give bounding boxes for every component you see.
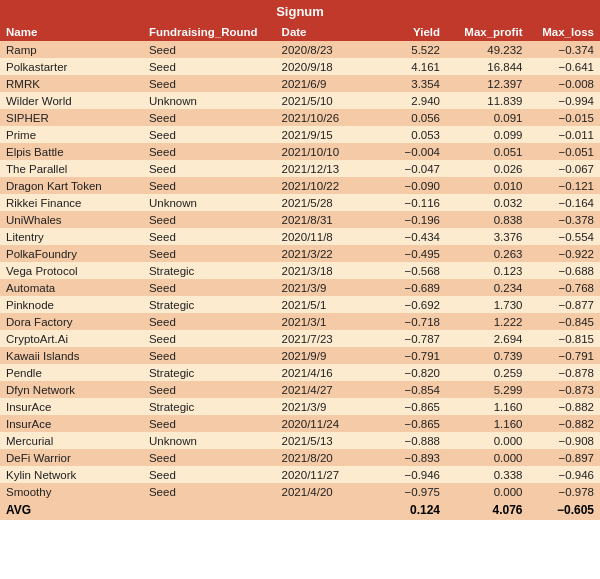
cell-max-profit: 0.263: [446, 245, 528, 262]
cell-round: Seed: [143, 245, 276, 262]
cell-date: 2021/5/10: [276, 92, 375, 109]
cell-round: Seed: [143, 466, 276, 483]
cell-max-profit: 0.000: [446, 432, 528, 449]
cell-date: 2021/10/10: [276, 143, 375, 160]
cell-date: 2021/10/26: [276, 109, 375, 126]
cell-max-loss: −0.015: [528, 109, 600, 126]
cell-round: Seed: [143, 160, 276, 177]
cell-date: 2021/9/15: [276, 126, 375, 143]
cell-name: The Parallel: [0, 160, 143, 177]
cell-date: 2021/6/9: [276, 75, 375, 92]
cell-yield: −0.689: [375, 279, 446, 296]
header-round: Fundraising_Round: [143, 23, 276, 41]
cell-max-loss: −0.121: [528, 177, 600, 194]
cell-yield: 3.354: [375, 75, 446, 92]
cell-name: DeFi Warrior: [0, 449, 143, 466]
cell-date: 2021/8/31: [276, 211, 375, 228]
cell-round: Seed: [143, 75, 276, 92]
cell-name: Elpis Battle: [0, 143, 143, 160]
cell-round: Strategic: [143, 398, 276, 415]
table-row: Wilder World Unknown 2021/5/10 2.940 11.…: [0, 92, 600, 109]
cell-max-profit: 16.844: [446, 58, 528, 75]
cell-max-loss: −0.378: [528, 211, 600, 228]
cell-date: 2021/3/9: [276, 279, 375, 296]
table-row: CryptoArt.Ai Seed 2021/7/23 −0.787 2.694…: [0, 330, 600, 347]
table-row: Pendle Strategic 2021/4/16 −0.820 0.259 …: [0, 364, 600, 381]
page-title: Signum: [276, 4, 324, 19]
table-row: Elpis Battle Seed 2021/10/10 −0.004 0.05…: [0, 143, 600, 160]
cell-name: Wilder World: [0, 92, 143, 109]
cell-yield: 2.940: [375, 92, 446, 109]
cell-yield: −0.791: [375, 347, 446, 364]
table-row: Rikkei Finance Unknown 2021/5/28 −0.116 …: [0, 194, 600, 211]
cell-date: 2021/12/13: [276, 160, 375, 177]
cell-max-loss: −0.878: [528, 364, 600, 381]
cell-name: RMRK: [0, 75, 143, 92]
table-row: Smoothy Seed 2021/4/20 −0.975 0.000 −0.9…: [0, 483, 600, 500]
cell-max-profit: 0.000: [446, 449, 528, 466]
cell-yield: 5.522: [375, 41, 446, 58]
cell-name: Dfyn Network: [0, 381, 143, 398]
cell-max-loss: −0.908: [528, 432, 600, 449]
footer-max-loss: −0.605: [528, 500, 600, 520]
cell-name: Dora Factory: [0, 313, 143, 330]
footer-round-empty: [143, 500, 276, 520]
cell-max-loss: −0.641: [528, 58, 600, 75]
cell-yield: −0.116: [375, 194, 446, 211]
cell-name: SIPHER: [0, 109, 143, 126]
table-row: Ramp Seed 2020/8/23 5.522 49.232 −0.374: [0, 41, 600, 58]
table-row: RMRK Seed 2021/6/9 3.354 12.397 −0.008: [0, 75, 600, 92]
cell-date: 2021/3/18: [276, 262, 375, 279]
cell-max-profit: 0.259: [446, 364, 528, 381]
cell-date: 2021/8/20: [276, 449, 375, 466]
cell-max-profit: 0.234: [446, 279, 528, 296]
cell-round: Seed: [143, 449, 276, 466]
cell-max-loss: −0.897: [528, 449, 600, 466]
cell-date: 2020/9/18: [276, 58, 375, 75]
cell-max-loss: −0.873: [528, 381, 600, 398]
cell-round: Seed: [143, 58, 276, 75]
cell-name: Dragon Kart Token: [0, 177, 143, 194]
cell-max-profit: 0.739: [446, 347, 528, 364]
cell-round: Seed: [143, 483, 276, 500]
cell-max-profit: 0.338: [446, 466, 528, 483]
cell-round: Strategic: [143, 364, 276, 381]
cell-date: 2021/10/22: [276, 177, 375, 194]
cell-max-loss: −0.554: [528, 228, 600, 245]
cell-max-profit: 0.099: [446, 126, 528, 143]
cell-max-loss: −0.164: [528, 194, 600, 211]
cell-yield: −0.718: [375, 313, 446, 330]
cell-max-loss: −0.791: [528, 347, 600, 364]
cell-name: CryptoArt.Ai: [0, 330, 143, 347]
table-row: Dragon Kart Token Seed 2021/10/22 −0.090…: [0, 177, 600, 194]
cell-max-loss: −0.922: [528, 245, 600, 262]
cell-max-profit: 1.160: [446, 415, 528, 432]
cell-round: Seed: [143, 415, 276, 432]
cell-date: 2021/5/28: [276, 194, 375, 211]
cell-yield: −0.047: [375, 160, 446, 177]
cell-yield: −0.854: [375, 381, 446, 398]
table-footer-row: AVG 0.124 4.076 −0.605: [0, 500, 600, 520]
cell-round: Seed: [143, 143, 276, 160]
cell-name: InsurAce: [0, 415, 143, 432]
cell-yield: −0.946: [375, 466, 446, 483]
cell-round: Unknown: [143, 92, 276, 109]
cell-max-loss: −0.845: [528, 313, 600, 330]
cell-yield: −0.865: [375, 398, 446, 415]
footer-yield: 0.124: [375, 500, 446, 520]
cell-round: Seed: [143, 126, 276, 143]
cell-name: InsurAce: [0, 398, 143, 415]
cell-date: 2021/3/1: [276, 313, 375, 330]
cell-max-profit: 0.123: [446, 262, 528, 279]
cell-max-profit: 11.839: [446, 92, 528, 109]
table-row: PolkaFoundry Seed 2021/3/22 −0.495 0.263…: [0, 245, 600, 262]
cell-date: 2021/9/9: [276, 347, 375, 364]
footer-date-empty: [276, 500, 375, 520]
cell-name: Ramp: [0, 41, 143, 58]
cell-round: Strategic: [143, 296, 276, 313]
cell-max-profit: 0.026: [446, 160, 528, 177]
header-max-profit: Max_profit: [446, 23, 528, 41]
table-row: Polkastarter Seed 2020/9/18 4.161 16.844…: [0, 58, 600, 75]
cell-date: 2021/4/20: [276, 483, 375, 500]
table-row: Automata Seed 2021/3/9 −0.689 0.234 −0.7…: [0, 279, 600, 296]
